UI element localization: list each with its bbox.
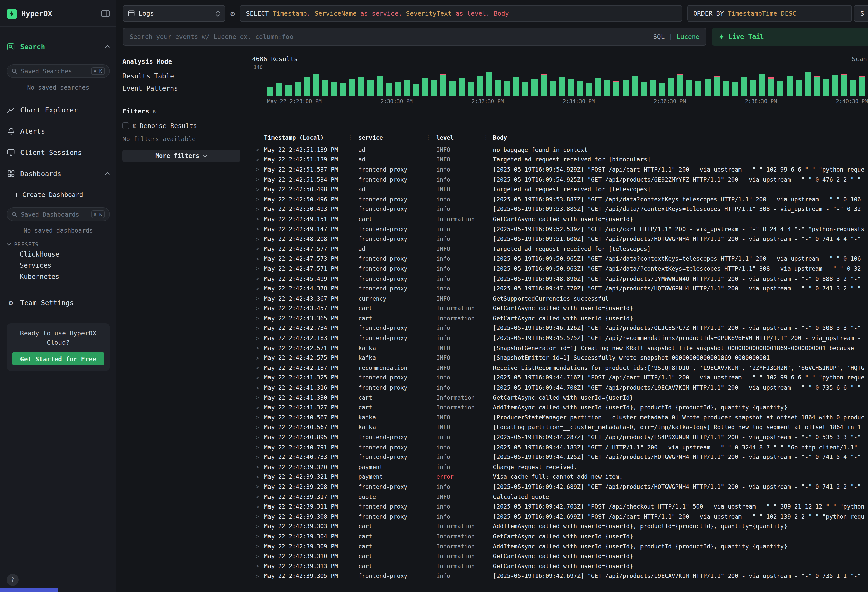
expand-chevron-icon[interactable]: > (252, 385, 264, 390)
log-row[interactable]: >May 22 2:42:44.378 PMfrontend-proxyinfo… (252, 283, 868, 294)
histogram-bar[interactable] (358, 66, 365, 96)
histogram-bar[interactable] (531, 66, 537, 96)
histogram-bar[interactable] (495, 66, 501, 96)
log-row[interactable]: >May 22 2:42:47.577 PMadINFOTargeted ad … (252, 244, 868, 254)
expand-chevron-icon[interactable]: > (252, 157, 264, 162)
sidebar-item-chart-explorer[interactable]: Chart Explorer (7, 102, 110, 117)
log-row[interactable]: >May 22 2:42:41.325 PMfrontend-proxyinfo… (252, 373, 868, 382)
log-row[interactable]: >May 22 2:42:43.457 PMcartInformationGet… (252, 303, 868, 313)
histogram-bar[interactable] (477, 66, 483, 96)
mode-results-table[interactable]: Results Table (123, 70, 241, 82)
histogram-bar[interactable] (723, 66, 729, 96)
log-row[interactable]: >May 22 2:42:39.304 PMcartInformationGet… (252, 531, 868, 541)
histogram-bar[interactable] (522, 66, 528, 96)
histogram-bar[interactable] (322, 66, 328, 96)
histogram-bar[interactable] (613, 66, 620, 96)
histogram-bar[interactable] (823, 66, 829, 96)
expand-chevron-icon[interactable]: > (252, 226, 264, 232)
histogram-bar[interactable] (559, 66, 565, 96)
expand-chevron-icon[interactable]: > (252, 216, 264, 222)
expand-chevron-icon[interactable]: > (252, 454, 264, 460)
column-resize-handle[interactable]: ⋮ (425, 134, 431, 141)
histogram-bar[interactable] (440, 66, 446, 96)
log-row[interactable]: >May 22 2:42:40.567 PMkafkaINFO[LocalLog… (252, 422, 868, 432)
log-row[interactable]: >May 22 2:42:42.571 PMkafkaINFO[Snapshot… (252, 343, 868, 353)
histogram-bar[interactable] (641, 66, 647, 96)
sidebar-collapse-icon[interactable] (101, 10, 110, 17)
log-row[interactable]: >May 22 2:42:40.567 PMkafkaINFO[Producer… (252, 412, 868, 422)
log-row[interactable]: >May 22 2:42:39.305 PMfrontend-proxyinfo… (252, 571, 868, 581)
save-button-cutoff[interactable]: S (854, 5, 868, 22)
denoise-checkbox[interactable] (123, 122, 129, 129)
sidebar-item-client-sessions[interactable]: Client Sessions (7, 145, 110, 160)
histogram-bar[interactable] (850, 66, 856, 96)
expand-chevron-icon[interactable]: > (252, 514, 264, 520)
log-row[interactable]: >May 22 2:42:45.499 PMfrontend-proxyinfo… (252, 273, 868, 283)
histogram-bar[interactable] (568, 66, 574, 96)
expand-chevron-icon[interactable]: > (252, 266, 264, 272)
histogram-bar[interactable] (395, 66, 401, 96)
log-row[interactable]: >May 22 2:42:39.303 PMcartInformationAdd… (252, 521, 868, 531)
lucene-search-input[interactable]: Search your events w/ Lucene ex. column:… (123, 28, 706, 46)
expand-chevron-icon[interactable]: > (252, 573, 264, 579)
log-row[interactable]: >May 22 2:42:51.537 PMfrontend-proxyinfo… (252, 164, 868, 174)
expand-chevron-icon[interactable]: > (252, 177, 264, 182)
expand-chevron-icon[interactable]: > (252, 434, 264, 440)
histogram-bar[interactable] (376, 66, 382, 96)
histogram-bar[interactable] (704, 66, 711, 96)
log-row[interactable]: >May 22 2:42:39.308 PMfrontend-proxyinfo… (252, 512, 868, 521)
expand-chevron-icon[interactable]: > (252, 464, 264, 470)
histogram-bar[interactable] (404, 66, 410, 96)
expand-chevron-icon[interactable]: > (252, 207, 264, 212)
preset-services[interactable]: Services (7, 260, 110, 271)
expand-chevron-icon[interactable]: > (252, 405, 264, 410)
expand-chevron-icon[interactable]: > (252, 276, 264, 281)
histogram-bar[interactable] (413, 66, 419, 96)
log-row[interactable]: >May 22 2:42:49.151 PMcartInformationGet… (252, 214, 868, 224)
log-row[interactable]: >May 22 2:42:39.313 PMcartInformationGet… (252, 561, 868, 571)
sidebar-item-search[interactable]: Search (7, 39, 110, 54)
histogram-bar[interactable] (659, 66, 665, 96)
log-row[interactable]: >May 22 2:42:39.311 PMfrontend-proxyinfo… (252, 502, 868, 512)
histogram-bar[interactable] (550, 66, 556, 96)
histogram-bar[interactable] (285, 66, 292, 96)
sidebar-item-alerts[interactable]: Alerts (7, 124, 110, 139)
histogram-bar[interactable] (331, 66, 337, 96)
log-row[interactable]: >May 22 2:42:40.733 PMfrontend-proxyinfo… (252, 452, 868, 462)
expand-chevron-icon[interactable]: > (252, 355, 264, 361)
histogram-bar[interactable] (787, 66, 793, 96)
expand-chevron-icon[interactable]: > (252, 444, 264, 450)
order-by-input[interactable]: ORDER BY TimestampTime DESC (687, 5, 852, 22)
expand-chevron-icon[interactable]: > (252, 167, 264, 172)
app-logo[interactable]: HyperDX (7, 6, 110, 21)
language-sql[interactable]: SQL (653, 33, 664, 40)
expand-chevron-icon[interactable]: > (252, 365, 264, 371)
expand-chevron-icon[interactable]: > (252, 543, 264, 549)
histogram-bar[interactable] (586, 66, 592, 96)
expand-chevron-icon[interactable]: > (252, 286, 264, 291)
log-row[interactable]: >May 22 2:42:39.321 PMpaymenterrorVisa c… (252, 472, 868, 482)
log-row[interactable]: >May 22 2:42:50.496 PMfrontend-proxyinfo… (252, 194, 868, 204)
chevron-up-icon[interactable] (105, 45, 110, 48)
refresh-icon[interactable]: ↻ (153, 107, 156, 115)
source-settings-gear-icon[interactable]: ⚙ (230, 9, 235, 18)
log-row[interactable]: >May 22 2:42:42.734 PMfrontend-proxyinfo… (252, 323, 868, 333)
expand-chevron-icon[interactable]: > (252, 395, 264, 400)
histogram-bar[interactable] (468, 66, 474, 96)
histogram-bar[interactable] (595, 66, 601, 96)
get-started-button[interactable]: Get Started for Free (12, 353, 104, 366)
log-row[interactable]: >May 22 2:42:51.139 PMadINFOTargeted ad … (252, 155, 868, 164)
log-row[interactable]: >May 22 2:42:47.573 PMfrontend-proxyinfo… (252, 254, 868, 264)
expand-chevron-icon[interactable]: > (252, 186, 264, 192)
expand-chevron-icon[interactable]: > (252, 494, 264, 499)
expand-chevron-icon[interactable]: > (252, 306, 264, 311)
log-row[interactable]: >May 22 2:42:51.534 PMfrontend-proxyinfo… (252, 174, 868, 185)
source-select[interactable]: Logs (123, 5, 225, 22)
histogram-bar[interactable] (459, 66, 465, 96)
expand-chevron-icon[interactable]: > (252, 345, 264, 351)
expand-chevron-icon[interactable]: > (252, 147, 264, 152)
log-row[interactable]: >May 22 2:42:49.147 PMfrontend-proxyinfo… (252, 224, 868, 234)
histogram-bar[interactable] (859, 66, 865, 96)
language-lucene[interactable]: Lucene (677, 33, 700, 40)
histogram-bar[interactable] (340, 66, 346, 96)
